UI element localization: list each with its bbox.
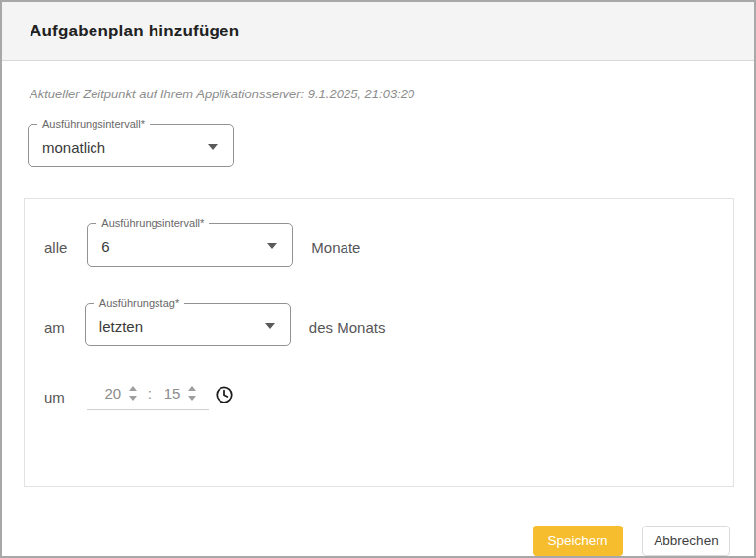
dialog-footer: Speichern Abbrechen <box>2 493 754 556</box>
add-task-schedule-dialog: Aufgabenplan hinzufügen Aktueller Zeitpu… <box>0 0 756 558</box>
minutes-spinner <box>188 386 196 401</box>
execution-interval-value: monatlich <box>42 139 208 155</box>
minutes-increment-icon[interactable] <box>188 386 196 391</box>
minutes-input[interactable]: 15 <box>159 385 185 402</box>
interval-count-row: alle Ausführungsintervall* 6 Monate <box>44 223 714 267</box>
hours-input[interactable]: 20 <box>100 385 126 402</box>
execution-time-prefix: um <box>44 389 65 405</box>
chevron-down-icon <box>208 144 218 150</box>
execution-day-suffix: des Monats <box>309 319 386 346</box>
dialog-title: Aufgabenplan hinzufügen <box>30 22 239 41</box>
execution-interval-select[interactable]: Ausführungsintervall* monatlich <box>28 124 234 167</box>
execution-day-value: letzten <box>99 318 265 335</box>
hours-spinner <box>129 386 137 401</box>
clock-icon <box>215 385 234 404</box>
hours-increment-icon[interactable] <box>129 386 137 391</box>
chevron-down-icon <box>267 243 277 249</box>
execution-time-row: um 20 : 15 <box>44 383 714 410</box>
save-button[interactable]: Speichern <box>533 526 623 556</box>
monthly-schedule-panel: alle Ausführungsintervall* 6 Monate am A… <box>24 198 734 487</box>
time-picker-button[interactable] <box>215 385 234 404</box>
interval-count-select[interactable]: Ausführungsintervall* 6 <box>87 223 293 267</box>
execution-day-row: am Ausführungstag* letzten des Monats <box>44 303 714 346</box>
dialog-header: Aufgabenplan hinzufügen <box>2 2 754 61</box>
hours-decrement-icon[interactable] <box>129 396 137 401</box>
cancel-button[interactable]: Abbrechen <box>642 526 730 556</box>
minutes-decrement-icon[interactable] <box>188 396 196 401</box>
interval-count-prefix: alle <box>44 239 67 267</box>
server-time-note: Aktueller Zeitpunkt auf Ihrem Applikatio… <box>30 87 734 102</box>
time-input-group: 20 : 15 <box>87 383 209 410</box>
execution-interval-label: Ausführungsintervall* <box>37 117 150 131</box>
execution-day-label: Ausführungstag* <box>94 296 184 310</box>
chevron-down-icon <box>265 323 275 329</box>
interval-count-label: Ausführungsintervall* <box>96 217 209 230</box>
execution-day-select[interactable]: Ausführungstag* letzten <box>85 303 291 346</box>
execution-day-prefix: am <box>44 319 65 346</box>
interval-count-value: 6 <box>101 238 267 255</box>
dialog-body: Aktueller Zeitpunkt auf Ihrem Applikatio… <box>2 61 754 493</box>
interval-count-suffix: Monate <box>311 239 360 267</box>
time-separator: : <box>148 385 152 402</box>
